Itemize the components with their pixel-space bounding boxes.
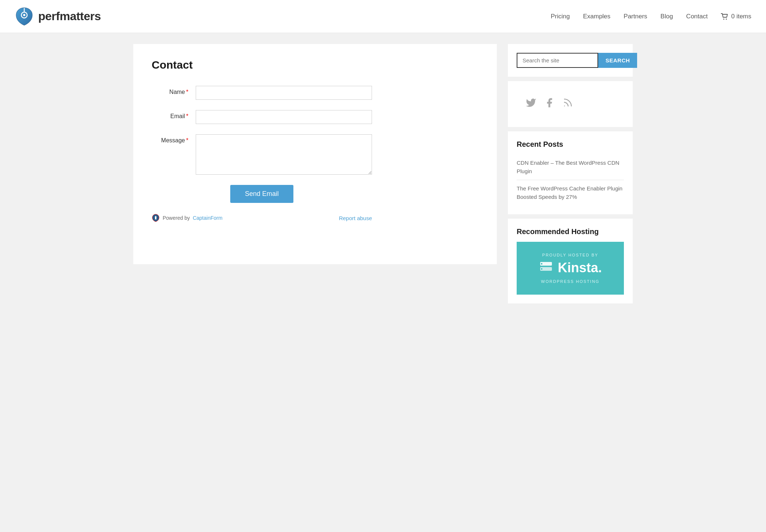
hosting-logo: Kinsta. — [524, 260, 617, 276]
cart-icon — [721, 13, 728, 20]
twitter-icon[interactable] — [525, 97, 536, 111]
search-widget: SEARCH — [508, 44, 633, 77]
hosting-subtext: WORDPRESS HOSTING — [524, 279, 617, 284]
recent-post-2[interactable]: The Free WordPress Cache Enabler Plugin … — [517, 180, 624, 205]
cart-button[interactable]: 0 items — [721, 13, 751, 20]
sidebar: SEARCH — [508, 44, 633, 306]
report-abuse-link[interactable]: Report abuse — [339, 215, 372, 221]
name-input[interactable] — [196, 86, 372, 100]
svg-rect-9 — [541, 263, 542, 265]
logo-icon — [15, 7, 34, 26]
email-label: Email* — [152, 110, 188, 120]
facebook-icon[interactable] — [544, 97, 555, 111]
main-nav: Pricing Examples Partners Blog Contact 0… — [551, 13, 751, 20]
svg-point-4 — [726, 18, 727, 19]
search-form: SEARCH — [517, 53, 624, 68]
send-btn-row: Send Email — [152, 185, 372, 203]
recent-post-1[interactable]: CDN Enabler – The Best WordPress CDN Plu… — [517, 154, 624, 180]
main-content: Contact Name* Email* Message* — [133, 44, 497, 264]
email-required: * — [186, 113, 188, 119]
email-row: Email* — [152, 110, 372, 124]
site-header: perfmatters Pricing Examples Partners Bl… — [0, 0, 766, 33]
logo-area: perfmatters — [15, 7, 101, 26]
powered-by-text: Powered by — [163, 215, 190, 221]
kinsta-server-icon — [539, 260, 553, 275]
recent-posts-title: Recent Posts — [517, 140, 624, 149]
cart-label: 0 items — [731, 13, 751, 20]
message-input[interactable] — [196, 134, 372, 175]
captainform-link[interactable]: CaptainForm — [193, 215, 223, 221]
svg-rect-10 — [541, 268, 542, 270]
form-footer: Powered by CaptainForm Report abuse — [152, 214, 372, 222]
email-input[interactable] — [196, 110, 372, 124]
contact-form: Name* Email* Message* Send Email — [152, 86, 372, 222]
name-label: Name* — [152, 86, 188, 95]
kinsta-logo-text: Kinsta. — [558, 260, 602, 276]
powered-by: Powered by CaptainForm — [152, 214, 223, 222]
message-label: Message* — [152, 134, 188, 144]
svg-point-1 — [23, 14, 25, 16]
send-email-button[interactable]: Send Email — [230, 185, 293, 203]
logo-text: perfmatters — [38, 10, 101, 23]
social-widget — [508, 81, 633, 127]
hosting-title: Recommended Hosting — [517, 227, 624, 236]
hosting-widget: Recommended Hosting PROUDLY HOSTED BY Ki… — [508, 219, 633, 303]
nav-blog[interactable]: Blog — [661, 13, 673, 20]
nav-contact[interactable]: Contact — [686, 13, 708, 20]
page-content: Contact Name* Email* Message* — [126, 33, 640, 317]
hosting-banner[interactable]: PROUDLY HOSTED BY Kinsta. WORDPRESS HOST… — [517, 242, 624, 295]
recent-posts-widget: Recent Posts CDN Enabler – The Best Word… — [508, 131, 633, 214]
message-row: Message* — [152, 134, 372, 175]
nav-partners[interactable]: Partners — [624, 13, 647, 20]
rss-icon[interactable] — [562, 97, 573, 111]
name-row: Name* — [152, 86, 372, 100]
svg-point-6 — [564, 106, 565, 107]
hosting-subtitle: PROUDLY HOSTED BY — [524, 253, 617, 257]
captainform-icon — [152, 214, 160, 222]
page-title: Contact — [152, 59, 478, 71]
search-input[interactable] — [517, 53, 598, 68]
nav-examples[interactable]: Examples — [583, 13, 611, 20]
svg-point-3 — [723, 18, 725, 19]
social-links — [517, 90, 624, 118]
name-required: * — [186, 89, 188, 95]
search-button[interactable]: SEARCH — [598, 53, 637, 68]
nav-pricing[interactable]: Pricing — [551, 13, 570, 20]
message-required: * — [186, 137, 188, 143]
